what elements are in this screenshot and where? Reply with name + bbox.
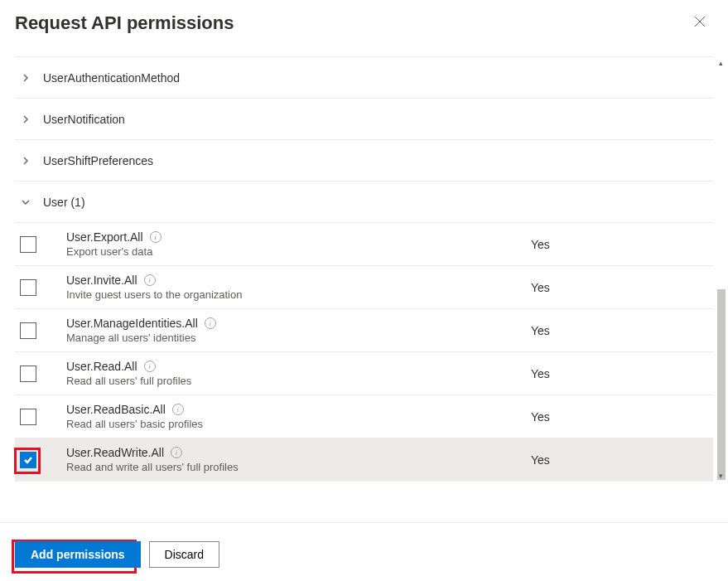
info-icon[interactable]: i <box>171 447 182 458</box>
permission-name: User.Read.All <box>66 360 137 373</box>
admin-consent-value: Yes <box>531 281 713 294</box>
permission-row[interactable]: User.Read.All i Read all users' full pro… <box>15 352 713 395</box>
chevron-right-icon <box>20 155 31 167</box>
footer-bar: Add permissions Discard <box>0 522 728 581</box>
permission-row[interactable]: User.Invite.All i Invite guest users to … <box>15 266 713 309</box>
permission-checkbox[interactable] <box>20 366 36 382</box>
group-usernotification[interactable]: UserNotification <box>15 99 713 140</box>
permission-name: User.Export.All <box>66 230 143 244</box>
permission-name: User.ReadBasic.All <box>66 403 166 416</box>
panel-title: Request API permissions <box>15 12 234 34</box>
scroll-up-icon[interactable]: ▴ <box>715 57 726 69</box>
permission-row[interactable]: User.ManageIdentities.All i Manage all u… <box>15 309 713 352</box>
permission-name: User.ManageIdentities.All <box>66 317 198 330</box>
chevron-down-icon <box>20 196 31 208</box>
permission-description: Manage all users' identities <box>66 332 531 344</box>
group-label: UserNotification <box>43 113 125 126</box>
info-icon[interactable]: i <box>144 361 156 372</box>
admin-consent-value: Yes <box>531 238 713 251</box>
group-userauthenticationmethod[interactable]: UserAuthenticationMethod <box>15 57 713 99</box>
permission-description: Read all users' full profiles <box>66 375 531 387</box>
group-label: User (1) <box>43 196 85 209</box>
admin-consent-value: Yes <box>531 324 713 337</box>
permission-checkbox[interactable] <box>20 322 36 339</box>
permissions-scroll-area: UserAuthenticationMethod UserNotificatio… <box>15 56 713 482</box>
group-user[interactable]: User (1) <box>15 182 713 223</box>
group-label: UserShiftPreferences <box>43 154 153 167</box>
permission-row[interactable]: User.Export.All i Export user's data Yes <box>15 223 713 266</box>
permission-name: User.ReadWrite.All <box>66 446 164 459</box>
info-icon[interactable]: i <box>205 317 216 329</box>
permission-description: Export user's data <box>66 245 531 258</box>
admin-consent-value: Yes <box>531 410 713 424</box>
admin-consent-value: Yes <box>531 367 713 380</box>
discard-button[interactable]: Discard <box>149 541 219 568</box>
group-label: UserAuthenticationMethod <box>43 71 180 85</box>
permission-checkbox[interactable] <box>20 409 36 425</box>
close-icon <box>694 16 706 31</box>
permission-checkbox[interactable] <box>20 279 36 296</box>
add-permissions-button[interactable]: Add permissions <box>15 541 141 568</box>
info-icon[interactable]: i <box>172 404 184 415</box>
permission-row[interactable]: User.ReadBasic.All i Read all users' bas… <box>15 395 713 438</box>
permission-description: Invite guest users to the organization <box>66 288 531 301</box>
chevron-right-icon <box>20 72 31 84</box>
scroll-down-icon[interactable]: ▾ <box>715 470 726 482</box>
permission-description: Read all users' basic profiles <box>66 418 531 430</box>
permission-name: User.Invite.All <box>66 274 137 287</box>
scrollbar-thumb[interactable] <box>717 289 726 480</box>
info-icon[interactable]: i <box>144 274 156 286</box>
permission-description: Read and write all users' full profiles <box>66 461 531 473</box>
permission-row[interactable]: User.ReadWrite.All i Read and write all … <box>15 438 713 482</box>
close-button[interactable] <box>687 10 713 36</box>
panel-header: Request API permissions <box>15 10 713 36</box>
group-usershiftpreferences[interactable]: UserShiftPreferences <box>15 140 713 182</box>
permission-checkbox[interactable] <box>20 236 36 253</box>
chevron-right-icon <box>20 114 31 125</box>
scrollbar[interactable]: ▴ ▾ <box>715 57 726 482</box>
permission-checkbox[interactable] <box>20 452 36 468</box>
info-icon[interactable]: i <box>150 231 162 243</box>
admin-consent-value: Yes <box>531 453 713 467</box>
